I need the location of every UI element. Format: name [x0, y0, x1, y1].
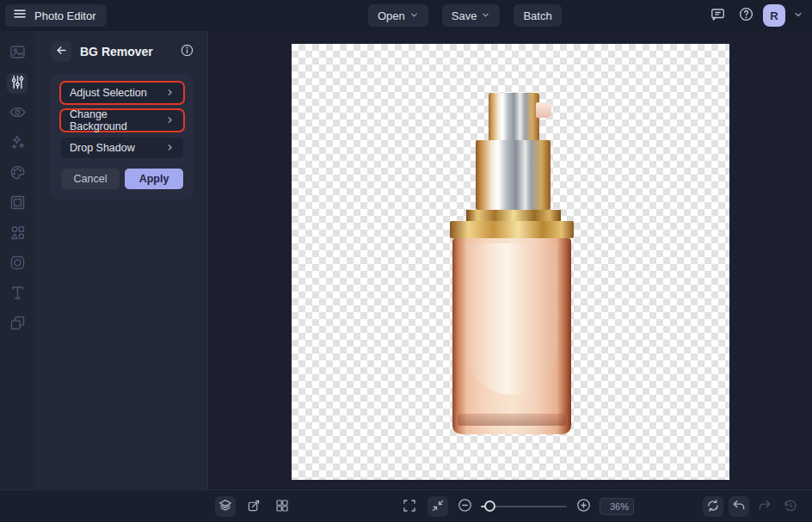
retouch-tool-button[interactable] — [7, 103, 28, 124]
view-toggles — [215, 496, 292, 517]
batch-button-label: Batch — [523, 9, 551, 22]
help-icon — [738, 6, 754, 25]
filter-tool-button[interactable] — [7, 254, 28, 274]
sparkles-icon — [9, 133, 27, 154]
zoom-out-button[interactable] — [456, 496, 473, 517]
adjust-tool-button[interactable] — [7, 73, 28, 94]
undo-button[interactable] — [729, 496, 749, 517]
drop-shadow-label: Drop Shadow — [70, 142, 135, 154]
panel-header: BG Remover — [51, 41, 195, 62]
undo-icon — [731, 498, 747, 516]
hamburger-menu-icon — [12, 6, 28, 25]
fullscreen-icon — [402, 498, 417, 516]
save-button-label: Save — [452, 9, 477, 22]
refresh-icon — [705, 498, 721, 516]
workspace — [209, 31, 812, 489]
chevron-down-icon — [793, 9, 803, 22]
avatar[interactable]: R — [763, 4, 785, 27]
elements-tool-button[interactable] — [7, 224, 28, 244]
zoom-in-button[interactable] — [575, 496, 592, 517]
draw-tool-button[interactable] — [7, 163, 28, 184]
effects-tool-button[interactable] — [7, 133, 28, 154]
duplicate-icon — [9, 314, 27, 335]
back-button[interactable] — [51, 41, 71, 62]
duplicate-tool-button[interactable] — [7, 314, 28, 335]
zoom-in-icon — [575, 497, 592, 516]
zoom-slider-track — [491, 506, 567, 507]
bottle-body — [452, 238, 571, 434]
bottle-inner-liquid — [466, 243, 557, 395]
bottle-gold-band — [450, 221, 574, 238]
save-button[interactable]: Save — [442, 4, 501, 27]
bottle-gold-plate — [466, 210, 561, 221]
fullscreen-button[interactable] — [399, 496, 420, 517]
open-button-label: Open — [378, 9, 405, 22]
main-menu-button[interactable]: Photo Editor — [5, 4, 107, 27]
open-button[interactable]: Open — [368, 4, 428, 27]
info-button[interactable] — [178, 43, 195, 60]
text-tool-button[interactable] — [7, 284, 28, 304]
zoom-level-input[interactable]: 36% — [600, 498, 634, 515]
cancel-button[interactable]: Cancel — [61, 169, 120, 189]
frame-icon — [9, 193, 27, 214]
info-icon — [180, 43, 194, 60]
fit-screen-icon — [430, 498, 446, 516]
text-icon — [9, 284, 27, 304]
bottle-pump — [489, 93, 539, 142]
image-canvas[interactable] — [292, 44, 729, 480]
arrow-left-icon — [55, 44, 68, 59]
account-area: R — [706, 4, 805, 27]
chevron-down-icon — [481, 9, 490, 22]
zoom-slider-handle[interactable] — [484, 501, 495, 512]
redo-button[interactable] — [754, 496, 775, 517]
chat-icon — [710, 6, 726, 25]
photo-editor-app: Photo Editor Open Save Batch — [0, 0, 812, 522]
panel-title: BG Remover — [80, 45, 153, 58]
layers-button[interactable] — [215, 496, 236, 517]
image-compare-icon — [246, 498, 261, 516]
panel-actions: Cancel Apply — [61, 169, 183, 189]
avatar-initial: R — [770, 9, 778, 22]
bottom-bar: 36% — [0, 489, 812, 522]
fit-screen-button[interactable] — [428, 496, 448, 517]
adjust-selection-label: Adjust Selection — [70, 87, 147, 99]
chevron-right-icon — [165, 140, 175, 156]
account-menu-button[interactable] — [791, 4, 805, 27]
eye-icon — [9, 103, 27, 124]
history-button[interactable] — [780, 496, 801, 517]
drop-shadow-row[interactable]: Drop Shadow — [61, 138, 183, 158]
file-actions: Open Save Batch — [368, 4, 562, 27]
batch-button[interactable]: Batch — [514, 4, 561, 27]
bottle-nozzle — [536, 102, 551, 118]
chevron-right-icon — [165, 85, 175, 101]
history-controls — [703, 496, 801, 517]
chevron-down-icon — [409, 9, 419, 22]
adjust-sliders-icon — [9, 73, 27, 94]
chevron-right-icon — [165, 113, 175, 128]
palette-icon — [9, 163, 27, 184]
change-background-label: Change Background — [70, 108, 165, 132]
feedback-chat-button[interactable] — [706, 4, 729, 27]
grid-icon — [274, 498, 290, 516]
history-icon — [783, 498, 798, 516]
bottle-collar — [476, 140, 551, 210]
app-title: Photo Editor — [34, 9, 96, 22]
frame-tool-button[interactable] — [7, 193, 28, 214]
bottle-base — [458, 414, 566, 426]
product-bottle-image[interactable] — [450, 93, 574, 434]
tool-rail — [0, 31, 35, 489]
apply-button[interactable]: Apply — [125, 169, 183, 189]
adjust-selection-row[interactable]: Adjust Selection — [61, 83, 183, 103]
zoom-out-icon — [457, 497, 473, 516]
zoom-slider[interactable] — [481, 496, 567, 517]
redo-icon — [757, 498, 772, 516]
image-tool-button[interactable] — [7, 43, 28, 64]
change-background-row[interactable]: Change Background — [61, 110, 183, 131]
bg-remover-panel: BG Remover Adjust Selection Change Backg… — [36, 31, 208, 489]
shapes-icon — [9, 224, 27, 244]
reset-button[interactable] — [703, 496, 723, 517]
grid-view-button[interactable] — [272, 496, 292, 517]
help-button[interactable] — [735, 4, 757, 27]
preview-button[interactable] — [243, 496, 264, 517]
bg-remover-options-card: Adjust Selection Change Background Drop … — [51, 73, 194, 200]
